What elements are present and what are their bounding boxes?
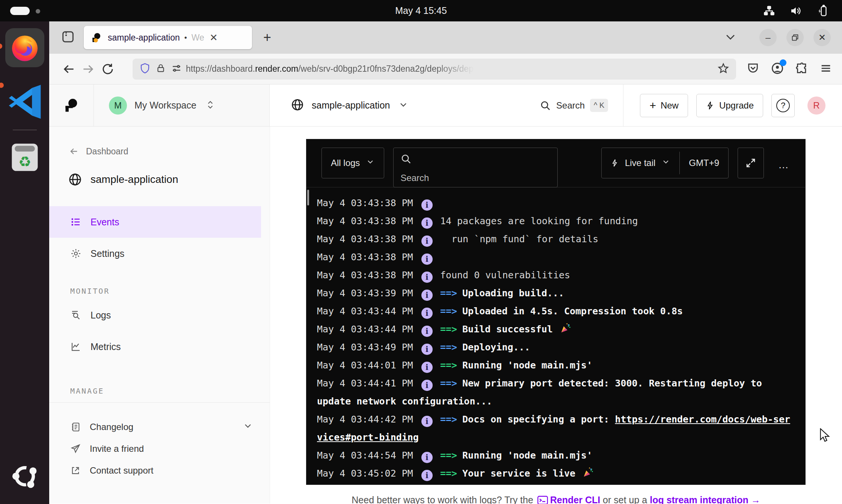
- search-shortcut: ^ K: [590, 99, 608, 112]
- log-row: May 4 03:43:44 PMi==>Uploaded in 4.5s. C…: [317, 302, 795, 320]
- extensions-puzzle-icon[interactable]: [795, 62, 808, 76]
- bookmark-star-icon[interactable]: [717, 62, 729, 76]
- external-link-icon: [70, 465, 81, 476]
- search-placeholder: Search: [400, 173, 429, 183]
- sidebar-item-render-status[interactable]: Render Status: [49, 498, 270, 504]
- mouse-cursor: [819, 428, 831, 445]
- log-stream-integration-link[interactable]: log stream integration →: [650, 495, 760, 504]
- log-row: May 4 03:43:44 PMi==>Build successful: [317, 320, 795, 338]
- log-search-input[interactable]: Search: [393, 148, 558, 187]
- user-avatar[interactable]: R: [807, 97, 825, 115]
- log-timestamp: May 4 03:44:54 PM: [317, 450, 413, 461]
- info-icon: i: [421, 235, 433, 247]
- log-timestamp: May 4 03:45:02 PM: [317, 468, 413, 479]
- render-cli-link[interactable]: Render CLI: [550, 495, 600, 504]
- sidebar-item-invite[interactable]: Invite a friend: [49, 438, 270, 460]
- changelog-chevron-icon[interactable]: [243, 421, 253, 433]
- log-scrollbar[interactable]: [307, 190, 309, 205]
- dock-item-trash[interactable]: ♻: [8, 139, 42, 174]
- log-text: Running 'node main.mjs': [462, 450, 592, 461]
- plus-icon: +: [649, 99, 656, 112]
- live-tail-control[interactable]: Live tail GMT+9: [601, 148, 729, 178]
- gear-icon: [70, 248, 81, 259]
- menu-hamburger-icon[interactable]: [819, 62, 832, 76]
- service-chevron-icon[interactable]: [398, 100, 409, 112]
- dock-item-firefox[interactable]: [5, 21, 44, 67]
- timezone-button[interactable]: GMT+9: [680, 148, 728, 178]
- log-arrow: ==>: [440, 288, 457, 299]
- party-popper-emoji: [558, 324, 571, 335]
- permissions-icon[interactable]: [171, 63, 182, 75]
- sidebar-item-changelog[interactable]: Changelog: [49, 416, 270, 438]
- network-tree-icon[interactable]: [763, 5, 775, 17]
- log-timestamp: May 4 03:43:39 PM: [317, 288, 413, 299]
- help-button[interactable]: ?: [771, 94, 795, 117]
- upgrade-button[interactable]: Upgrade: [696, 94, 763, 117]
- log-text: Uploaded in 4.5s. Compression took 0.8s: [462, 306, 683, 317]
- sidebar-item-settings[interactable]: Settings: [49, 238, 270, 269]
- log-row: May 4 03:43:38 PMifound 0 vulnerabilitie…: [317, 266, 795, 284]
- monitor-section-label: MONITOR: [49, 287, 270, 296]
- log-row: May 4 03:44:01 PMi==>Running 'node main.…: [317, 356, 795, 374]
- url-bar[interactable]: https://dashboard.render.com/web/srv-d0b…: [133, 59, 736, 80]
- expand-logs-button[interactable]: [738, 148, 764, 178]
- account-icon[interactable]: [771, 62, 784, 77]
- info-icon: i: [421, 199, 433, 211]
- back-to-dashboard[interactable]: Dashboard: [49, 146, 270, 157]
- volume-icon[interactable]: [789, 5, 802, 17]
- info-icon: i: [421, 344, 433, 355]
- firefox-view-icon[interactable]: [60, 29, 75, 46]
- sidebar-item-logs[interactable]: Logs: [49, 299, 270, 331]
- sidebar: Dashboard sample-application Events: [49, 127, 270, 504]
- new-button[interactable]: + New: [640, 94, 688, 117]
- pocket-icon[interactable]: [747, 62, 759, 76]
- list-tabs-chevron-icon[interactable]: [724, 30, 737, 45]
- browser-tab[interactable]: sample-application • We ✕: [84, 26, 252, 49]
- reload-icon[interactable]: [98, 59, 118, 79]
- tab-close-icon[interactable]: ✕: [210, 32, 218, 44]
- log-text: run `npm fund` for details: [440, 234, 598, 244]
- render-logo[interactable]: [49, 85, 94, 126]
- live-tail-toggle[interactable]: Live tail: [602, 148, 679, 178]
- log-text: Running 'node main.mjs': [462, 360, 592, 371]
- account-notification-dot: [780, 59, 786, 66]
- log-row: May 4 03:43:38 PMi: [317, 194, 795, 212]
- system-tray[interactable]: [763, 0, 829, 21]
- log-row: May 4 03:43:38 PMi: [317, 248, 795, 266]
- log-toolbar: All logs Search: [306, 139, 805, 187]
- search-icon: [540, 100, 551, 111]
- lock-icon[interactable]: [156, 63, 166, 75]
- metrics-chart-icon: [70, 341, 81, 352]
- log-filter-dropdown[interactable]: All logs: [321, 148, 384, 178]
- url-text[interactable]: https://dashboard.render.com/web/srv-d0b…: [186, 64, 477, 74]
- log-more-menu[interactable]: …: [773, 159, 795, 171]
- close-window-button[interactable]: ✕: [813, 29, 831, 46]
- forward-icon[interactable]: [78, 59, 98, 79]
- render-dashboard: M My Workspace sample-application: [49, 85, 842, 504]
- battery-icon[interactable]: [816, 5, 829, 17]
- sidebar-item-contact-support[interactable]: Contact support: [49, 460, 270, 481]
- global-search[interactable]: Search ^ K: [540, 99, 608, 112]
- dock-item-vscode[interactable]: [7, 67, 43, 120]
- ubuntu-logo[interactable]: [9, 460, 41, 493]
- main-content: All logs Search: [270, 127, 842, 504]
- workspace-switcher[interactable]: M My Workspace: [94, 85, 270, 126]
- system-clock[interactable]: May 4 15:45: [0, 5, 842, 16]
- info-icon: i: [421, 272, 433, 283]
- sidebar-item-metrics[interactable]: Metrics: [49, 331, 270, 362]
- log-row: May 4 03:43:38 PMi14 packages are lookin…: [317, 212, 795, 230]
- log-timestamp: May 4 03:43:38 PM: [317, 234, 413, 244]
- info-icon: i: [421, 326, 433, 337]
- maximize-button[interactable]: [786, 29, 804, 46]
- sidebar-item-events[interactable]: Events: [49, 206, 261, 238]
- browser-toolbar: https://dashboard.render.com/web/srv-d0b…: [49, 54, 842, 85]
- minimize-button[interactable]: –: [759, 29, 777, 46]
- new-tab-button[interactable]: +: [263, 30, 271, 45]
- tracking-shield-icon[interactable]: [139, 62, 151, 76]
- back-icon[interactable]: [59, 59, 78, 79]
- tab-bar: sample-application • We ✕ + – ✕: [49, 21, 842, 54]
- workspace-avatar: M: [109, 97, 127, 115]
- workspace-updown-icon: [205, 99, 215, 112]
- app-header: M My Workspace sample-application: [49, 85, 842, 127]
- tab-separator: •: [184, 33, 187, 42]
